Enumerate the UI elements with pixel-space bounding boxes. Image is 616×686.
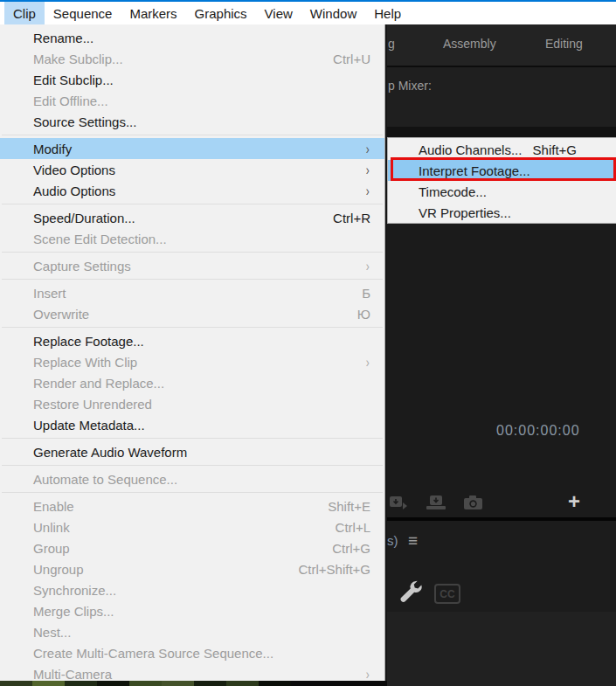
menu-item-edit-subclip[interactable]: Edit Subclip... [0,69,384,90]
submenu-item-timecode[interactable]: Timecode... [388,181,616,202]
menu-item-shortcut: Shift+E [328,499,370,514]
menubar-item-view[interactable]: View [256,2,301,24]
menu-item-merge-clips[interactable]: Merge Clips... [0,600,384,621]
menu-item-generate-audio-waveform[interactable]: Generate Audio Waveform [0,441,384,462]
menu-item-shortcut: Б [362,286,370,301]
submenu-item-interpret-footage[interactable]: Interpret Footage... [388,160,616,181]
menu-item-make-subclip[interactable]: Make Subclip...Ctrl+U [0,48,384,69]
menubar-item-window[interactable]: Window [301,2,365,24]
closed-captions-icon[interactable]: CC [434,584,460,604]
submenu-item-vr-properties[interactable]: VR Properties... [388,202,616,223]
menu-item-enable[interactable]: EnableShift+E [0,495,384,516]
transport-controls: + [387,491,616,517]
bin-thumbnail-fragment [226,681,259,686]
menu-separator [2,327,383,328]
menu-item-label: Speed/Duration... [33,211,135,225]
overwrite-icon[interactable] [426,495,448,516]
menu-item-synchronize[interactable]: Synchronize... [0,579,384,600]
panel-menu-icon[interactable]: ≡ [408,531,418,551]
timeline-settings-wrench-icon[interactable] [398,579,424,610]
menubar-item-sequence[interactable]: Sequence [45,2,121,24]
menu-separator [2,279,383,280]
timecode-display: 00:00:00:00 [496,423,580,439]
menu-item-label: Overwrite [33,307,89,322]
menu-item-shortcut: Ctrl+R [333,211,370,225]
menu-item-insert[interactable]: InsertБ [0,282,384,303]
menu-item-shortcut: Ctrl+Shift+G [298,562,370,577]
menu-item-update-metadata[interactable]: Update Metadata... [0,414,384,435]
menubar-item-markers[interactable]: Markers [121,2,185,24]
menu-item-source-settings[interactable]: Source Settings... [0,111,384,132]
menu-item-edit-offline[interactable]: Edit Offline... [0,90,384,111]
menu-item-label: Multi-Camera [33,667,112,682]
menu-item-replace-footage[interactable]: Replace Footage... [0,330,384,351]
submenu-arrow-icon: › [366,259,370,274]
menu-item-label: Video Options [33,163,115,177]
menu-item-overwrite[interactable]: OverwriteЮ [0,303,384,324]
menu-item-audio-options[interactable]: Audio Options› [0,180,384,201]
menu-item-video-options[interactable]: Video Options› [0,159,384,180]
export-frame-icon[interactable] [463,495,484,516]
workspace-tab-assembly[interactable]: Assembly [443,37,496,51]
workspace-tab-bar: g Assembly Editing [387,24,616,66]
menu-item-label: Rename... [33,31,93,45]
menu-item-label: Timecode... [419,184,487,199]
submenu-item-audio-channels[interactable]: Audio Channels...Shift+G [388,139,616,160]
panel-gap [387,127,616,137]
panel-tab-title-fragment[interactable]: p Mixer: [388,79,432,93]
menu-item-unlink[interactable]: UnlinkCtrl+L [0,516,384,537]
submenu-arrow-icon: › [366,163,370,177]
menu-item-label: Restore Unrendered [33,397,152,412]
insert-icon[interactable] [388,495,409,516]
menu-item-render-and-replace[interactable]: Render and Replace... [0,372,384,393]
menu-item-label: Audio Channels... [419,142,522,157]
menu-item-shortcut: Ctrl+L [336,520,370,535]
menu-item-rename[interactable]: Rename... [0,27,384,48]
menu-item-restore-unrendered[interactable]: Restore Unrendered [0,393,384,414]
menu-item-nest[interactable]: Nest... [0,621,384,642]
audio-clip-mixer-panel: p Mixer: [387,66,616,127]
menubar-item-help[interactable]: Help [365,2,410,24]
menu-item-scene-edit-detection[interactable]: Scene Edit Detection... [0,228,384,249]
clip-menu-dropdown: Rename...Make Subclip...Ctrl+UEdit Subcl… [0,24,385,681]
menu-item-label: Unlink [33,520,70,535]
menu-item-automate-to-sequence[interactable]: Automate to Sequence... [0,468,384,489]
menu-item-label: Capture Settings [33,259,131,274]
menu-item-multi-camera[interactable]: Multi-Camera› [0,663,384,681]
menu-item-label: Automate to Sequence... [33,472,177,487]
menu-item-replace-with-clip[interactable]: Replace With Clip› [0,351,384,372]
menu-item-modify[interactable]: Modify› [0,138,384,159]
timeline-tab-title-fragment[interactable]: s) [387,533,398,548]
menu-item-shortcut: Shift+G [533,142,577,157]
menubar-item-clip[interactable]: Clip [4,2,45,24]
menu-item-label: Interpret Footage... [419,163,530,178]
menu-item-label: Group [33,541,70,556]
menubar-item-graphics[interactable]: Graphics [186,2,256,24]
menu-separator [2,204,383,204]
menu-item-label: Replace With Clip [33,355,137,370]
menu-item-group[interactable]: GroupCtrl+G [0,537,384,558]
menu-item-label: Create Multi-Camera Source Sequence... [33,646,273,661]
button-editor-icon[interactable]: + [568,489,580,514]
menu-item-capture-settings[interactable]: Capture Settings› [0,255,384,276]
menu-item-create-multi-camera-source-sequence[interactable]: Create Multi-Camera Source Sequence... [0,642,384,663]
menu-item-label: Render and Replace... [33,376,164,391]
project-bin-thumbnails-strip [0,681,387,686]
menu-separator [2,492,383,493]
menu-item-speed-duration[interactable]: Speed/Duration...Ctrl+R [0,207,384,228]
menu-item-ungroup[interactable]: UngroupCtrl+Shift+G [0,558,384,579]
premiere-pro-window: ClipSequenceMarkersGraphicsViewWindowHel… [0,0,616,686]
workspace-tab-fragment[interactable]: g [388,37,395,51]
app-menubar: ClipSequenceMarkersGraphicsViewWindowHel… [0,2,616,24]
menu-separator [2,135,383,135]
menu-item-label: Synchronize... [33,583,116,598]
menu-separator [2,465,383,466]
menu-item-shortcut: Ctrl+U [333,52,370,66]
menu-item-label: Audio Options [33,184,115,198]
menu-item-label: Make Subclip... [33,52,123,66]
menu-item-label: Modify [33,142,72,156]
modify-submenu: Audio Channels...Shift+GInterpret Footag… [387,137,616,224]
menu-item-label: Generate Audio Waveform [33,445,187,460]
bin-thumbnail-fragment [194,681,226,686]
workspace-tab-editing[interactable]: Editing [545,37,583,51]
